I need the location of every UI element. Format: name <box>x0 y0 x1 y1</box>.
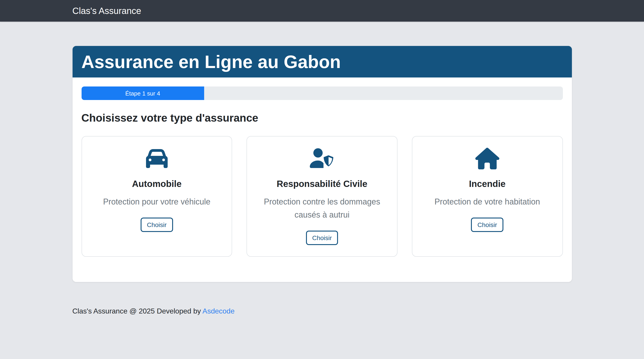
card-title: Responsabilité Civile <box>254 178 390 189</box>
progress-fill: Étape 1 sur 4 <box>81 86 204 100</box>
card-responsabilite-civile: Responsabilité Civile Protection contre … <box>246 136 397 257</box>
progress-track: Étape 1 sur 4 <box>81 86 563 100</box>
progress-label: Étape 1 sur 4 <box>125 90 160 97</box>
house-icon <box>420 148 555 169</box>
user-shield-icon <box>254 148 390 169</box>
top-navbar: Clas's Assurance <box>0 0 644 22</box>
card-description: Protection de votre habitation <box>420 196 555 209</box>
wizard-card-body: Étape 1 sur 4 Choisissez votre type d'as… <box>72 77 572 282</box>
choose-responsabilite-button[interactable]: Choisir <box>306 230 338 245</box>
choose-automobile-button[interactable]: Choisir <box>140 218 173 232</box>
card-description: Protection contre les dommages causés à … <box>254 196 390 221</box>
footer: Clas's Assurance @ 2025 Developed by Asd… <box>72 307 572 315</box>
page-title: Assurance en Ligne au Gabon <box>81 51 563 72</box>
car-icon <box>89 148 224 169</box>
footer-text: Clas's Assurance @ 2025 Developed by <box>72 307 202 315</box>
card-description: Protection pour votre véhicule <box>89 196 224 209</box>
page: Clas's Assurance Assurance en Ligne au G… <box>0 0 644 359</box>
choose-incendie-button[interactable]: Choisir <box>471 218 504 232</box>
main-container: Assurance en Ligne au Gabon Étape 1 sur … <box>72 46 572 315</box>
card-title: Incendie <box>420 178 555 189</box>
insurance-cards-row: Automobile Protection pour votre véhicul… <box>81 136 563 257</box>
wizard-card: Assurance en Ligne au Gabon Étape 1 sur … <box>72 46 572 282</box>
section-title: Choisissez votre type d'assurance <box>81 112 563 124</box>
card-incendie: Incendie Protection de votre habitation … <box>412 136 563 257</box>
wizard-card-header: Assurance en Ligne au Gabon <box>72 46 572 77</box>
card-title: Automobile <box>89 178 224 189</box>
card-automobile: Automobile Protection pour votre véhicul… <box>81 136 232 257</box>
asdecode-link[interactable]: Asdecode <box>202 307 234 315</box>
navbar-brand[interactable]: Clas's Assurance <box>72 6 141 15</box>
